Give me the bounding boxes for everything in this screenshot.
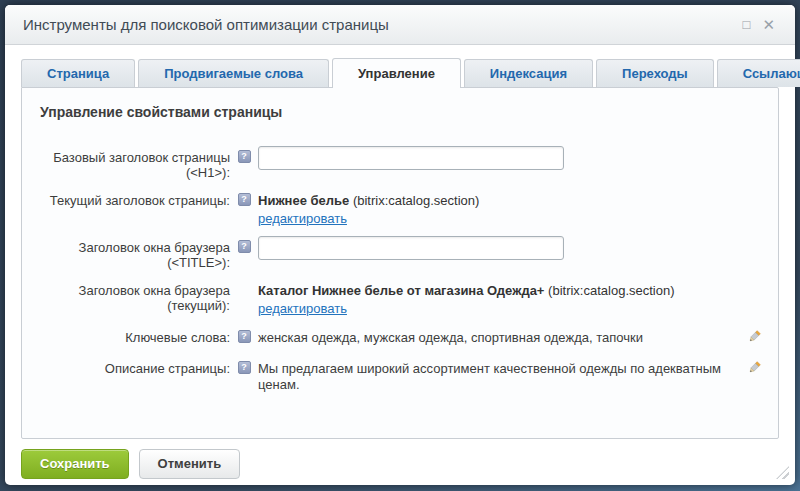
description-value: Мы предлагаем широкий ассортимент качест… bbox=[258, 357, 732, 393]
form-row-browser-title: Заголовок окна браузера (<TITLE>): ? bbox=[38, 236, 762, 270]
help-icon[interactable]: ? bbox=[238, 240, 251, 253]
description-label: Описание страницы: bbox=[38, 357, 230, 376]
form-row-base-h1: Базовый заголовок страницы (<H1>): ? bbox=[38, 146, 762, 180]
current-title-label: Текущий заголовок страницы: bbox=[38, 189, 230, 208]
tab-transitions[interactable]: Переходы bbox=[596, 59, 714, 87]
keywords-label: Ключевые слова: bbox=[38, 326, 230, 345]
current-title-suffix: (bitrix:catalog.section) bbox=[349, 193, 479, 208]
tab-page[interactable]: Страница bbox=[21, 59, 135, 87]
edit-pencil-icon bbox=[747, 329, 762, 344]
close-icon[interactable]: ✕ bbox=[756, 14, 781, 35]
seo-tools-dialog: Инструменты для поисковой оптимизации ст… bbox=[5, 5, 795, 485]
current-browser-title-bold: Каталог Нижнее белье от магазина Одежда+ bbox=[258, 283, 544, 298]
tab-management[interactable]: Управление bbox=[332, 58, 461, 88]
help-icon[interactable]: ? bbox=[238, 361, 251, 374]
dialog-body: Страница Продвигаемые слова Управление И… bbox=[5, 45, 795, 486]
maximize-icon[interactable]: □ bbox=[737, 15, 757, 34]
browser-title-label: Заголовок окна браузера (<TITLE>): bbox=[38, 236, 230, 270]
tab-bar: Страница Продвигаемые слова Управление И… bbox=[21, 58, 779, 87]
help-icon[interactable]: ? bbox=[238, 150, 251, 163]
dialog-footer: Сохранить Отменить bbox=[21, 439, 779, 486]
form-row-current-browser-title: Заголовок окна браузера (текущий): Катал… bbox=[38, 279, 762, 317]
help-icon[interactable]: ? bbox=[238, 193, 251, 206]
current-browser-title-label: Заголовок окна браузера (текущий): bbox=[38, 279, 230, 313]
edit-pencil-icon bbox=[747, 360, 762, 375]
cancel-button[interactable]: Отменить bbox=[139, 449, 241, 479]
form-row-description: Описание страницы: ? Мы предлагаем широк… bbox=[38, 357, 762, 393]
current-browser-title-suffix: (bitrix:catalog.section) bbox=[544, 283, 674, 298]
current-title-bold: Нижнее белье bbox=[258, 193, 349, 208]
browser-title-input[interactable] bbox=[258, 236, 564, 260]
panel-heading: Управление свойствами страницы bbox=[40, 104, 762, 120]
tab-referring-sites[interactable]: Ссылающиеся сайты bbox=[717, 59, 800, 87]
form-row-keywords: Ключевые слова: ? женская одежда, мужска… bbox=[38, 326, 762, 348]
dialog-titlebar: Инструменты для поисковой оптимизации ст… bbox=[5, 5, 795, 45]
edit-keywords-button[interactable] bbox=[747, 326, 762, 348]
help-icon[interactable]: ? bbox=[238, 330, 251, 343]
edit-current-browser-title-link[interactable]: редактировать bbox=[258, 301, 347, 317]
edit-current-title-link[interactable]: редактировать bbox=[258, 211, 347, 227]
current-browser-title-value: Каталог Нижнее белье от магазина Одежда+… bbox=[258, 279, 732, 317]
base-h1-input[interactable] bbox=[258, 146, 564, 170]
edit-description-button[interactable] bbox=[747, 357, 762, 379]
current-title-value: Нижнее белье (bitrix:catalog.section) ре… bbox=[258, 189, 732, 227]
form-row-current-title: Текущий заголовок страницы: ? Нижнее бел… bbox=[38, 189, 762, 227]
dialog-title: Инструменты для поисковой оптимизации ст… bbox=[23, 16, 737, 33]
save-button[interactable]: Сохранить bbox=[21, 449, 129, 479]
page-background: { "window": { "title": "Инструменты для … bbox=[0, 0, 800, 491]
keywords-value: женская одежда, мужская одежда, спортивн… bbox=[258, 326, 732, 346]
tab-promoted-words[interactable]: Продвигаемые слова bbox=[138, 59, 329, 87]
base-h1-label: Базовый заголовок страницы (<H1>): bbox=[38, 146, 230, 180]
management-panel: Управление свойствами страницы Базовый з… bbox=[21, 87, 779, 439]
tab-indexing[interactable]: Индексация bbox=[464, 59, 593, 87]
